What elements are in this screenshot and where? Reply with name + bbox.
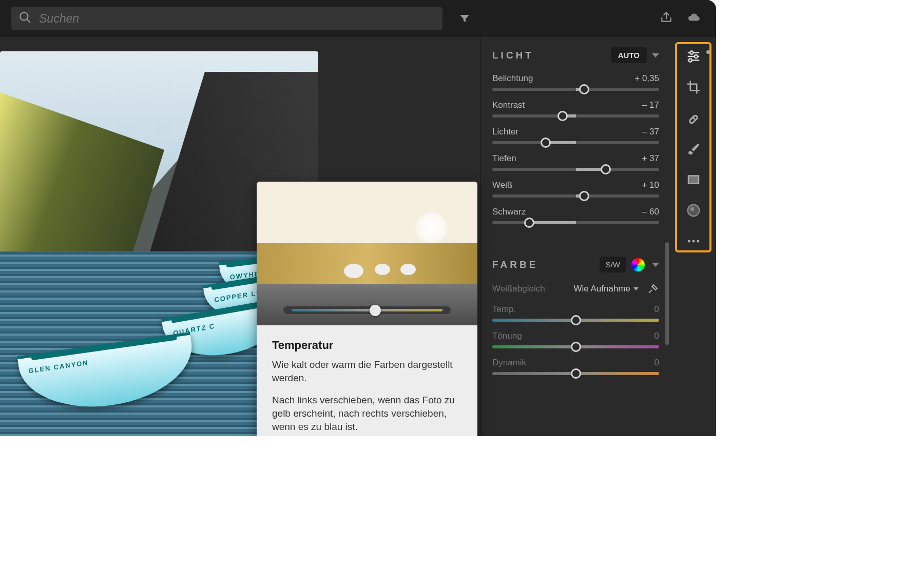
slider-value: + 0,35: [634, 73, 659, 84]
white-balance-label: Weißabgleich: [492, 284, 545, 294]
bw-toggle-button[interactable]: S/W: [600, 257, 626, 272]
svg-line-9: [692, 117, 695, 120]
section-title: FARBE: [492, 259, 538, 270]
slider-label: Weiß: [492, 180, 512, 190]
slider-track[interactable]: [492, 194, 659, 198]
slider-belichtung[interactable]: Belichtung + 0,35: [492, 73, 659, 91]
slider-value: – 60: [642, 207, 659, 217]
search-box[interactable]: [11, 7, 442, 30]
eyedropper-icon[interactable]: [647, 283, 659, 295]
svg-point-5: [694, 55, 697, 58]
slider-thumb[interactable]: [579, 84, 589, 94]
search-icon: [18, 11, 32, 26]
slider-thumb[interactable]: [524, 218, 534, 228]
help-popover: Temperatur Wie kalt oder warm die Farben…: [257, 182, 477, 436]
slider-value: – 37: [642, 127, 659, 137]
photo-canvas[interactable]: OWYHEE COPPER LEDGE F QUARTZ C GLEN CANY…: [0, 37, 480, 436]
section-collapse-icon[interactable]: [652, 263, 659, 267]
slider-value: + 10: [642, 180, 659, 190]
slider-tiefen[interactable]: Tiefen + 37: [492, 153, 659, 171]
slider-dynamik[interactable]: Dynamik 0: [492, 358, 659, 375]
cloud-icon[interactable]: [687, 11, 701, 26]
slider-thumb[interactable]: [601, 164, 611, 174]
more-icon[interactable]: [685, 233, 702, 249]
slider-label: Tönung: [492, 331, 522, 341]
svg-point-7: [688, 58, 691, 62]
slider-weiß[interactable]: Weiß + 10: [492, 180, 659, 198]
tool-rail: [670, 37, 716, 436]
slider-track[interactable]: [492, 345, 659, 348]
section-licht: LICHT AUTO Belichtung + 0,35 Kontrast – …: [481, 37, 670, 239]
slider-thumb[interactable]: [571, 368, 581, 379]
slider-label: Tiefen: [492, 153, 516, 164]
edit-sliders-icon[interactable]: [685, 48, 702, 65]
share-icon[interactable]: [660, 11, 673, 26]
brush-icon[interactable]: [685, 141, 702, 157]
slider-track[interactable]: [492, 372, 659, 375]
slider-tönung[interactable]: Tönung 0: [492, 331, 659, 348]
filter-button[interactable]: [453, 7, 476, 30]
svg-point-13: [690, 207, 694, 211]
slider-kontrast[interactable]: Kontrast – 17: [492, 100, 659, 118]
color-mixer-icon[interactable]: [631, 258, 645, 271]
slider-thumb[interactable]: [541, 138, 551, 148]
slider-thumb[interactable]: [571, 315, 581, 325]
slider-label: Lichter: [492, 127, 518, 137]
slider-lichter[interactable]: Lichter – 37: [492, 127, 659, 144]
slider-schwarz[interactable]: Schwarz – 60: [492, 207, 659, 224]
slider-label: Dynamik: [492, 358, 526, 368]
svg-point-14: [687, 240, 690, 243]
popover-temp-slider[interactable]: [283, 306, 451, 314]
auto-button[interactable]: AUTO: [611, 47, 647, 63]
svg-point-0: [20, 12, 28, 20]
slider-label: Schwarz: [492, 207, 526, 217]
linear-gradient-icon[interactable]: [685, 171, 702, 188]
slider-temp[interactable]: Temp. 0: [492, 304, 659, 322]
slider-label: Kontrast: [492, 100, 525, 110]
svg-rect-10: [688, 176, 699, 184]
popover-slider-thumb[interactable]: [370, 305, 381, 316]
svg-point-3: [690, 51, 693, 54]
edit-panel: LICHT AUTO Belichtung + 0,35 Kontrast – …: [480, 37, 670, 436]
slider-track[interactable]: [492, 319, 659, 322]
slider-track[interactable]: [492, 168, 659, 171]
slider-value: 0: [654, 358, 659, 368]
slider-label: Temp.: [492, 304, 516, 315]
popover-preview-image: [257, 182, 477, 325]
crop-icon[interactable]: [685, 79, 702, 95]
slider-track[interactable]: [492, 141, 659, 144]
slider-thumb[interactable]: [571, 342, 581, 352]
slider-label: Belichtung: [492, 73, 533, 84]
popover-title: Temperatur: [272, 339, 462, 352]
popover-text: Wie kalt oder warm die Farben dargestell…: [272, 358, 462, 384]
healing-brush-icon[interactable]: [685, 110, 702, 126]
slider-value: + 37: [642, 153, 659, 164]
svg-line-1: [27, 19, 30, 23]
section-collapse-icon[interactable]: [652, 53, 659, 57]
popover-text: Nach links verschieben, wenn das Foto zu…: [272, 394, 462, 433]
slider-track[interactable]: [492, 221, 659, 224]
section-title: LICHT: [492, 50, 534, 61]
svg-point-15: [692, 240, 695, 243]
search-input[interactable]: [32, 12, 435, 26]
slider-track[interactable]: [492, 88, 659, 91]
chevron-down-icon: [633, 287, 639, 290]
slider-value: 0: [654, 331, 659, 341]
svg-rect-8: [689, 115, 698, 124]
radial-gradient-icon[interactable]: [685, 202, 702, 219]
svg-point-16: [697, 240, 699, 243]
white-balance-dropdown[interactable]: Wie Aufnahme: [573, 284, 639, 294]
slider-track[interactable]: [492, 114, 659, 118]
top-bar: [0, 0, 716, 37]
slider-thumb[interactable]: [579, 191, 589, 201]
section-farbe: FARBE S/W Weißabgleich Wie Aufnahme: [481, 246, 670, 389]
slider-value: 0: [654, 304, 659, 315]
panel-scrollbar[interactable]: [665, 242, 669, 345]
slider-value: – 17: [642, 100, 659, 110]
slider-thumb[interactable]: [557, 111, 568, 121]
